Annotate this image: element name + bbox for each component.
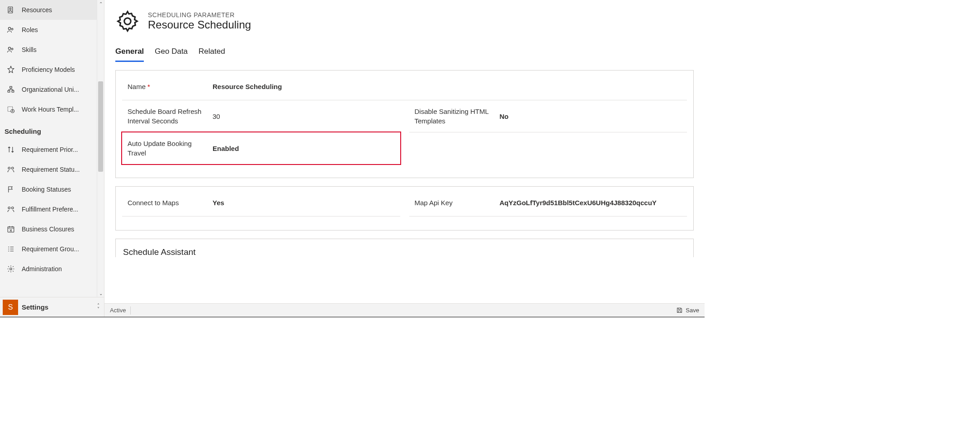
refresh-interval-field[interactable]: 30 <box>208 113 400 120</box>
sidebar-item-label: Fulfillment Prefere... <box>22 206 78 213</box>
svg-point-13 <box>8 207 10 209</box>
status-bar: Active Save <box>104 303 705 317</box>
map-key-label: Map Api Key <box>409 198 495 207</box>
main-content: SCHEDULING PARAMETER Resource Scheduling… <box>104 0 705 317</box>
org-icon <box>6 85 15 94</box>
sidebar-item-roles[interactable]: Roles <box>0 20 104 40</box>
form-section-general: Name* Resource Scheduling Schedule Board… <box>115 70 694 178</box>
sidebar-item-requirement-statuses[interactable]: Requirement Statu... <box>0 160 104 179</box>
chevron-updown-icon: ˄˅ <box>97 304 99 311</box>
svg-rect-15 <box>8 227 14 232</box>
list-icon <box>6 245 15 254</box>
svg-point-12 <box>12 167 14 169</box>
record-state: Active <box>110 307 126 314</box>
sidebar-scrollbar[interactable]: ⌃ ⌄ <box>97 0 104 297</box>
refresh-interval-label: Schedule Board Refresh Interval Seconds <box>122 107 208 126</box>
tab-strip: General Geo Data Related <box>115 47 694 62</box>
tab-geo-data[interactable]: Geo Data <box>155 47 188 62</box>
sidebar-item-org-units[interactable]: Organizational Uni... <box>0 80 104 99</box>
scroll-down-arrow-icon[interactable]: ⌄ <box>97 290 104 297</box>
tab-related[interactable]: Related <box>199 47 225 62</box>
svg-rect-6 <box>10 86 12 88</box>
sidebar-item-label: Business Closures <box>22 226 74 233</box>
fulfillment-icon <box>6 205 15 214</box>
connect-maps-field[interactable]: Yes <box>208 199 400 207</box>
star-icon <box>6 65 15 74</box>
clock-template-icon <box>6 105 15 114</box>
sidebar-item-label: Organizational Uni... <box>22 86 79 93</box>
sidebar-item-booking-statuses[interactable]: Booking Statuses <box>0 179 104 199</box>
sidebar-item-work-hours-templates[interactable]: Work Hours Templ... <box>0 99 104 119</box>
sidebar-item-label: Proficiency Models <box>22 66 75 73</box>
svg-point-1 <box>9 8 11 10</box>
svg-point-11 <box>8 167 10 169</box>
svg-point-5 <box>11 48 13 50</box>
sidebar-item-proficiency-models[interactable]: Proficiency Models <box>0 60 104 80</box>
scroll-thumb[interactable] <box>98 81 103 172</box>
disable-html-field[interactable]: No <box>495 113 687 120</box>
record-header: SCHEDULING PARAMETER Resource Scheduling <box>115 9 694 33</box>
req-status-icon <box>6 165 15 174</box>
sidebar-item-label: Resources <box>22 6 52 14</box>
auto-update-label: Auto Update Booking Travel <box>122 139 208 158</box>
sidebar-item-label: Work Hours Templ... <box>22 106 79 113</box>
skills-icon <box>6 45 15 54</box>
svg-point-14 <box>12 207 14 209</box>
sidebar-item-label: Requirement Grou... <box>22 245 79 253</box>
tab-general[interactable]: General <box>115 47 144 62</box>
form-section-maps: Connect to Maps Yes Map Api Key AqYzGoLf… <box>115 186 694 230</box>
sidebar-item-fulfillment-preferences[interactable]: Fulfillment Prefere... <box>0 199 104 219</box>
sidebar-item-label: Requirement Statu... <box>22 166 80 173</box>
svg-point-16 <box>10 268 12 270</box>
sidebar-item-administration[interactable]: Administration <box>0 259 104 279</box>
sidebar: Resources Roles Skills Proficiency Model… <box>0 0 104 317</box>
scroll-up-arrow-icon[interactable]: ⌃ <box>97 0 104 7</box>
required-indicator: * <box>147 83 150 90</box>
auto-update-field[interactable]: Enabled <box>208 145 400 152</box>
svg-point-3 <box>11 28 13 30</box>
area-label: Settings <box>22 303 97 311</box>
sidebar-item-requirement-priorities[interactable]: Requirement Prior... <box>0 140 104 160</box>
svg-point-17 <box>124 18 131 24</box>
svg-point-4 <box>8 47 10 49</box>
area-switcher[interactable]: S Settings ˄˅ <box>0 297 104 317</box>
disable-html-label: Disable Sanitizing HTML Templates <box>409 107 495 126</box>
svg-rect-9 <box>8 107 13 112</box>
sidebar-item-label: Roles <box>22 26 38 33</box>
priority-icon <box>6 145 15 154</box>
svg-point-2 <box>8 27 10 29</box>
sidebar-item-label: Administration <box>22 265 62 273</box>
gear-icon <box>6 264 15 273</box>
area-badge: S <box>3 300 18 315</box>
sidebar-item-business-closures[interactable]: Business Closures <box>0 219 104 239</box>
schedule-assistant-heading: Schedule Assistant <box>123 247 686 257</box>
name-label: Name* <box>122 82 208 91</box>
roles-icon <box>6 25 15 34</box>
sidebar-item-skills[interactable]: Skills <box>0 40 104 60</box>
resources-icon <box>6 5 15 14</box>
map-key-field[interactable]: AqYzGoLfTyr9d51Bbl5tCexU6UHg4J88320qccuY <box>495 199 687 207</box>
save-button[interactable]: Save <box>676 307 699 314</box>
sidebar-item-requirement-groups[interactable]: Requirement Grou... <box>0 239 104 259</box>
sidebar-item-label: Booking Statuses <box>22 186 71 193</box>
sidebar-item-label: Requirement Prior... <box>22 146 78 153</box>
sidebar-item-resources[interactable]: Resources <box>0 0 104 20</box>
gear-large-icon <box>115 9 140 33</box>
form-section-schedule-assistant: Schedule Assistant <box>115 239 694 257</box>
status-divider <box>130 306 131 315</box>
flag-icon <box>6 185 15 194</box>
sidebar-item-label: Skills <box>22 46 37 53</box>
svg-rect-7 <box>8 90 10 92</box>
calendar-x-icon <box>6 225 15 234</box>
auto-update-booking-travel-row: Auto Update Booking Travel Enabled <box>121 132 401 165</box>
entity-type-label: SCHEDULING PARAMETER <box>148 11 251 19</box>
name-field[interactable]: Resource Scheduling <box>208 83 687 90</box>
record-title: Resource Scheduling <box>148 19 251 31</box>
connect-maps-label: Connect to Maps <box>122 198 208 207</box>
sidebar-heading-scheduling: Scheduling <box>0 119 104 140</box>
save-button-label: Save <box>686 307 699 314</box>
save-icon <box>676 307 683 314</box>
svg-rect-8 <box>12 90 14 92</box>
